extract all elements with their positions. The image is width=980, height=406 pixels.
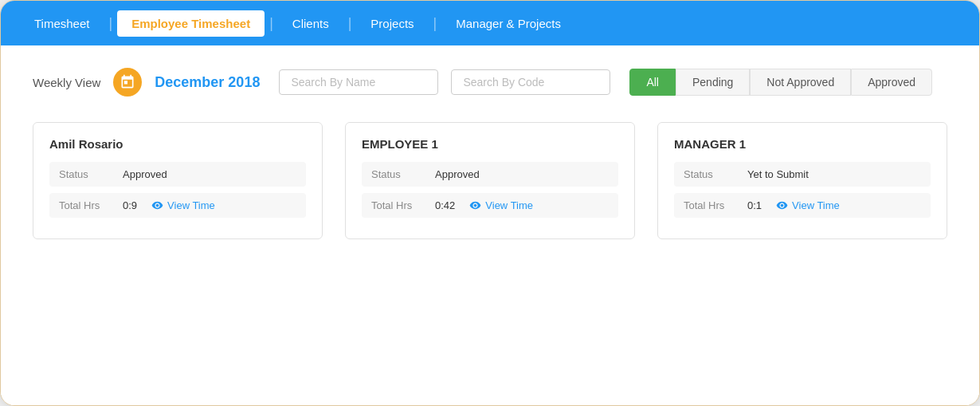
nav-divider: | (348, 15, 352, 32)
search-by-name-input[interactable] (279, 69, 438, 95)
card-hours-value: 0:42 (435, 199, 455, 211)
card-hours-row: Total Hrs 0:1 View Time (674, 193, 931, 218)
nav-item-manager-&-projects[interactable]: Manager & Projects (441, 10, 575, 37)
app-container: Timesheet|Employee Timesheet|Clients|Pro… (0, 0, 980, 406)
eye-icon (469, 199, 481, 211)
calendar-icon (120, 74, 135, 90)
card-status-label: Status (59, 168, 123, 180)
card-status-row: Status Approved (49, 162, 306, 187)
filter-btn-approved[interactable]: Approved (851, 69, 932, 96)
nav-divider: | (433, 15, 437, 32)
card-hours-row: Total Hrs 0:9 View Time (49, 193, 306, 218)
view-time-button[interactable]: View Time (469, 199, 533, 211)
view-time-label: View Time (485, 199, 533, 211)
nav-item-clients[interactable]: Clients (278, 10, 343, 37)
date-label: December 2018 (155, 74, 260, 91)
card-hours-label: Total Hrs (59, 199, 123, 211)
nav-item-employee-timesheet[interactable]: Employee Timesheet (117, 10, 265, 37)
card-status-label: Status (684, 168, 747, 180)
card-status-row: Status Approved (362, 162, 618, 187)
filter-btn-not-approved[interactable]: Not Approved (750, 69, 851, 96)
filter-btn-group: AllPendingNot ApprovedApproved (629, 69, 932, 96)
nav-divider: | (108, 15, 112, 32)
card-hours-row: Total Hrs 0:42 View Time (362, 193, 618, 218)
card-name: EMPLOYEE 1 (362, 137, 618, 151)
card-status-value: Approved (123, 168, 167, 180)
calendar-icon-button[interactable] (113, 68, 142, 97)
card-status-value: Yet to Submit (747, 168, 809, 180)
nav-item-timesheet[interactable]: Timesheet (20, 10, 104, 37)
navbar: Timesheet|Employee Timesheet|Clients|Pro… (1, 1, 979, 45)
filter-bar: Weekly View December 2018 AllPendingNot … (33, 68, 947, 97)
employee-card: EMPLOYEE 1 Status Approved Total Hrs 0:4… (345, 122, 635, 239)
card-hours-label: Total Hrs (684, 199, 747, 211)
view-time-label: View Time (792, 199, 840, 211)
card-name: Amil Rosario (49, 137, 306, 151)
employee-card: MANAGER 1 Status Yet to Submit Total Hrs… (657, 122, 947, 239)
eye-icon (151, 199, 163, 211)
search-by-code-input[interactable] (451, 69, 610, 95)
card-status-value: Approved (435, 168, 480, 180)
card-hours-value: 0:1 (747, 199, 762, 211)
nav-divider: | (269, 15, 273, 32)
employee-card: Amil Rosario Status Approved Total Hrs 0… (33, 122, 323, 239)
filter-btn-pending[interactable]: Pending (676, 69, 750, 96)
main-content: Weekly View December 2018 AllPendingNot … (1, 45, 979, 405)
card-name: MANAGER 1 (674, 137, 931, 151)
nav-item-projects[interactable]: Projects (356, 10, 428, 37)
cards-container: Amil Rosario Status Approved Total Hrs 0… (33, 122, 947, 239)
card-status-row: Status Yet to Submit (674, 162, 931, 187)
eye-icon (776, 199, 788, 211)
view-time-button[interactable]: View Time (776, 199, 840, 211)
card-hours-label: Total Hrs (371, 199, 435, 211)
card-hours-value: 0:9 (123, 199, 137, 211)
card-status-label: Status (371, 168, 435, 180)
weekly-view-label: Weekly View (33, 76, 100, 89)
filter-btn-all[interactable]: All (629, 69, 676, 96)
view-time-label: View Time (167, 199, 215, 211)
view-time-button[interactable]: View Time (151, 199, 215, 211)
